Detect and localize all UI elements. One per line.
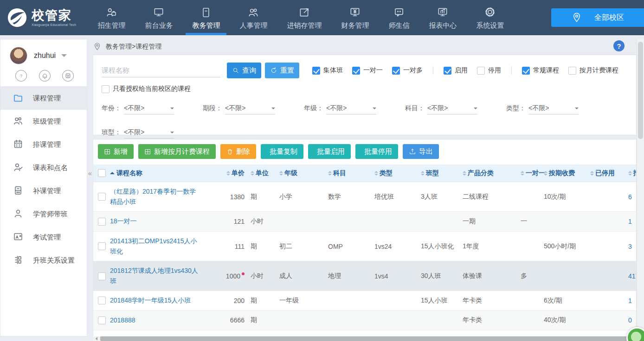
qq-chat-icon[interactable] — [62, 70, 74, 82]
column-header-name[interactable]: 课程名称 — [110, 169, 224, 177]
checkbox-icon[interactable] — [477, 67, 485, 75]
row-checkbox[interactable] — [98, 316, 106, 324]
nav-item[interactable]: 财务管理 — [338, 0, 372, 35]
clipped-count-link[interactable]: 1 — [628, 218, 632, 225]
only-campus-checkbox[interactable]: 只看授权给当前校区的课程 — [102, 85, 191, 93]
sort-icon[interactable] — [590, 169, 594, 177]
clipped-count-link[interactable]: 417 — [628, 272, 637, 280]
column-header-onetoone[interactable]: 一对一 — [521, 169, 544, 177]
clipped-count-link[interactable]: 3 — [628, 243, 632, 250]
toolbar-button[interactable]: 新增按月计费课程 — [138, 144, 216, 159]
sidebar-menu-item[interactable]: 班级管理 — [0, 110, 87, 133]
nav-item[interactable]: 教务管理 — [189, 0, 223, 35]
toolbar-button[interactable]: 新增 — [98, 144, 134, 159]
sort-icon[interactable] — [251, 169, 254, 177]
dropdown-select[interactable]: <不限> — [225, 102, 275, 114]
checkbox-icon[interactable] — [102, 85, 109, 93]
nav-item[interactable]: 招生管理 — [95, 0, 128, 35]
sort-icon[interactable] — [279, 169, 283, 177]
row-checkbox[interactable] — [98, 218, 106, 226]
sort-icon[interactable] — [463, 169, 466, 177]
clipped-count-link[interactable]: 1 — [628, 297, 632, 304]
sidebar-menu-item[interactable]: 课表和点名 — [0, 156, 87, 179]
nav-item[interactable]: 系统设置 — [473, 0, 507, 35]
sort-icon[interactable] — [421, 169, 425, 177]
filter-checkbox[interactable]: 按月计费课程 — [568, 66, 618, 75]
sort-icon[interactable] — [328, 169, 332, 177]
nav-item[interactable]: 报表中心 — [426, 0, 459, 35]
sort-icon[interactable] — [374, 169, 378, 177]
filter-checkbox[interactable]: 一对多 — [392, 66, 423, 75]
dropdown-select[interactable]: <不限> — [528, 102, 579, 114]
toolbar-button[interactable]: 导出 — [403, 144, 439, 159]
sort-icon[interactable] — [544, 169, 547, 177]
course-name-input[interactable] — [102, 63, 220, 77]
search-button[interactable]: 查询 — [227, 63, 261, 78]
filter-checkbox[interactable]: 集体班 — [312, 66, 343, 75]
row-checkbox[interactable] — [98, 272, 106, 280]
column-header-unit[interactable]: 单位 — [245, 169, 271, 177]
page-help-button[interactable]: ? — [613, 40, 625, 51]
filter-checkbox[interactable]: 常规课程 — [511, 66, 559, 75]
course-name-link[interactable]: （红星路）2017春季初一数学精品小班 — [110, 187, 201, 207]
bell-icon[interactable] — [39, 70, 51, 82]
sidebar-menu-item[interactable]: 升班关系设置 — [0, 249, 87, 272]
sidebar-menu-item[interactable]: 课程管理 — [0, 87, 87, 110]
column-header-fee[interactable]: 按期收费 — [544, 169, 590, 177]
column-header-classtype[interactable]: 班型 — [421, 169, 460, 177]
dropdown-select[interactable]: <不限> — [124, 126, 174, 139]
checkbox-icon[interactable] — [392, 67, 400, 75]
row-checkbox[interactable] — [98, 193, 106, 201]
dropdown-select[interactable]: <不限> — [427, 102, 477, 114]
column-header-clipped[interactable]: 报 — [626, 169, 637, 177]
column-header-subject[interactable]: 科目 — [319, 169, 365, 177]
row-checkbox[interactable] — [98, 242, 106, 250]
checkbox-icon[interactable] — [352, 67, 360, 75]
column-header-grade[interactable]: 年级 — [271, 169, 319, 177]
scroll-left-arrow-icon[interactable] — [94, 337, 97, 341]
checkbox-icon[interactable] — [312, 67, 320, 75]
sort-icon[interactable] — [521, 169, 524, 177]
vertical-scrollbar-thumb[interactable] — [638, 42, 643, 139]
sidebar-collapse-handle[interactable]: « — [87, 166, 93, 180]
dropdown-select[interactable]: <不限> — [326, 102, 376, 114]
avatar[interactable] — [10, 47, 27, 64]
sidebar-menu-item[interactable]: 学管师带班 — [0, 202, 87, 226]
filter-checkbox[interactable]: 启用 — [433, 66, 468, 75]
clipped-count-link[interactable]: 6 — [628, 193, 632, 201]
nav-item[interactable]: 前台业务 — [142, 0, 175, 35]
column-header-product[interactable]: 产品分类 — [460, 169, 521, 177]
horizontal-scrollbar-thumb[interactable] — [100, 336, 629, 341]
select-all-checkbox[interactable] — [98, 169, 106, 177]
filter-checkbox[interactable]: 一对一 — [352, 66, 383, 75]
nav-item[interactable]: 人事管理 — [237, 0, 270, 35]
column-header-stopped[interactable]: 已停用 — [590, 169, 626, 177]
reset-button[interactable]: 重置 — [265, 63, 299, 78]
user-name[interactable]: zhuhui — [34, 51, 56, 60]
checkbox-icon[interactable] — [522, 67, 530, 75]
help-icon[interactable]: ? — [15, 70, 27, 82]
course-name-link[interactable]: 201848学时一年级15人小班 — [110, 296, 191, 306]
sort-icon[interactable] — [226, 169, 230, 177]
toolbar-button[interactable]: 删除 — [220, 144, 256, 159]
toolbar-button[interactable]: 批量停用 — [355, 144, 398, 159]
row-checkbox[interactable] — [98, 297, 106, 304]
chevron-down-icon[interactable] — [61, 54, 67, 60]
sidebar-menu-item[interactable]: 排课管理 — [0, 133, 87, 156]
sidebar-menu-item[interactable]: 考试管理 — [0, 226, 87, 249]
course-name-link[interactable]: 201413初二OMP1vs2415人小班化 — [110, 236, 201, 256]
sort-icon[interactable] — [628, 169, 632, 177]
course-name-link[interactable]: 201812节课成人地理1vs430人班 — [110, 266, 201, 286]
course-name-link[interactable]: 2018888 — [110, 316, 135, 326]
toolbar-button[interactable]: 批量启用 — [308, 144, 351, 159]
column-header-price[interactable]: 单价 — [224, 169, 245, 177]
vertical-scrollbar[interactable] — [637, 39, 644, 341]
nav-item[interactable]: 进销存管理 — [284, 0, 324, 35]
checkbox-icon[interactable] — [568, 67, 576, 75]
column-header-type[interactable]: 类型 — [365, 169, 421, 177]
checkbox-icon[interactable] — [444, 67, 451, 75]
filter-checkbox[interactable]: 停用 — [477, 66, 501, 75]
horizontal-scrollbar[interactable] — [93, 336, 637, 341]
dropdown-select[interactable]: <不限> — [124, 102, 174, 114]
course-name-link[interactable]: 18一对一 — [110, 216, 137, 227]
